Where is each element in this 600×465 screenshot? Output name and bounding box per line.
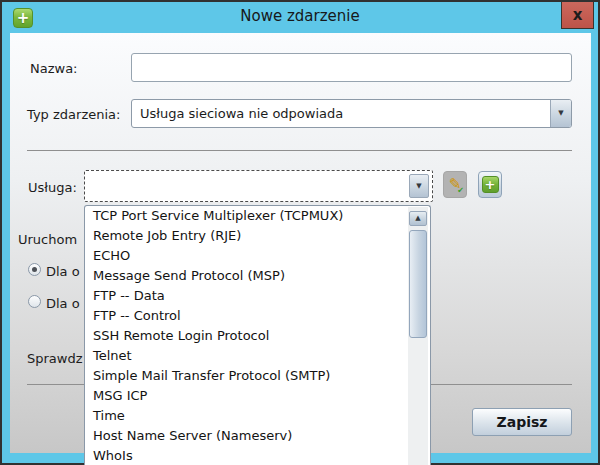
- service-label: Usługa:: [28, 180, 77, 195]
- event-type-combobox[interactable]: Usługa sieciowa nie odpowiada ▼: [131, 99, 572, 128]
- list-item[interactable]: ECHO: [85, 246, 430, 266]
- list-item[interactable]: MSG ICP: [85, 386, 430, 406]
- dialog-title: Nowe zdarzenie: [0, 7, 600, 25]
- list-item[interactable]: Remote Job Entry (RJE): [85, 226, 430, 246]
- list-item[interactable]: Host Name Server (Nameserv): [85, 426, 430, 446]
- event-type-dropdown-button[interactable]: ▼: [550, 100, 571, 127]
- close-button[interactable]: x: [561, 2, 594, 29]
- new-event-dialog: + Nowe zdarzenie x Nazwa: Typ zdarzenia:…: [0, 0, 600, 465]
- service-dropdown-list: TCP Port Service Multiplexer (TCPMUX) Re…: [84, 205, 431, 465]
- check-icon: ✔: [457, 187, 464, 195]
- service-combobox[interactable]: ▼: [84, 170, 433, 202]
- service-list: TCP Port Service Multiplexer (TCPMUX) Re…: [85, 206, 430, 465]
- list-item[interactable]: Message Send Protocol (MSP): [85, 266, 430, 286]
- radio-option-2[interactable]: [28, 295, 41, 308]
- scrollbar-thumb[interactable]: [409, 230, 427, 338]
- service-dropdown-button[interactable]: ▼: [409, 174, 429, 198]
- name-input[interactable]: [131, 53, 572, 82]
- list-item[interactable]: Simple Mail Transfer Protocol (SMTP): [85, 366, 430, 386]
- event-type-label: Typ zdarzenia:: [27, 107, 120, 122]
- radio-option-1[interactable]: [28, 263, 41, 276]
- run-section-label: Uruchom: [18, 232, 77, 247]
- scroll-up-button[interactable]: ▲: [409, 211, 427, 226]
- list-item[interactable]: TCP Port Service Multiplexer (TCPMUX): [85, 206, 430, 226]
- list-item[interactable]: Time: [85, 406, 430, 426]
- save-button[interactable]: Zapisz: [472, 408, 572, 436]
- list-item[interactable]: FTP -- Control: [85, 306, 430, 326]
- add-service-button[interactable]: +: [478, 171, 502, 198]
- check-section-label: Sprawdz: [27, 351, 83, 366]
- event-type-value: Usługa sieciowa nie odpowiada: [140, 100, 343, 127]
- plus-icon: +: [482, 176, 499, 193]
- scroll-up-icon: ▲: [415, 215, 420, 222]
- edit-service-button[interactable]: ✎ ✔: [443, 171, 467, 198]
- list-item[interactable]: WhoIs: [85, 446, 430, 465]
- radio-option-2-label: Dla o: [46, 296, 80, 311]
- list-scrollbar[interactable]: ▲: [408, 207, 428, 465]
- chevron-down-icon: ▼: [416, 183, 421, 190]
- chevron-down-icon: ▼: [558, 110, 563, 117]
- list-item[interactable]: Telnet: [85, 346, 430, 366]
- radio-option-1-label: Dla o: [46, 264, 80, 279]
- list-item[interactable]: SSH Remote Login Protocol: [85, 326, 430, 346]
- name-label: Nazwa:: [30, 61, 78, 76]
- section-divider-top: [27, 150, 572, 151]
- list-item[interactable]: FTP -- Data: [85, 286, 430, 306]
